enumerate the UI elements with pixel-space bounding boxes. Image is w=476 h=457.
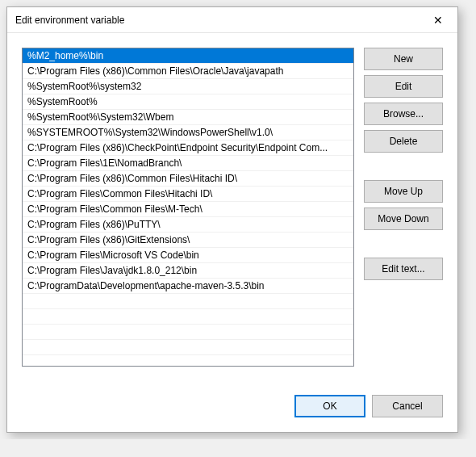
list-item[interactable]: C:\Program Files\1E\NomadBranch\ — [23, 156, 353, 171]
browse-button[interactable]: Browse... — [364, 103, 443, 125]
list-item — [23, 340, 353, 355]
window-title: Edit environment variable — [15, 15, 124, 26]
list-item[interactable]: %SystemRoot%\System32\Wbem — [23, 110, 353, 125]
list-item[interactable]: C:\Program Files (x86)\CheckPoint\Endpoi… — [23, 140, 353, 156]
list-item[interactable]: %SystemRoot%\system32 — [23, 79, 353, 94]
dialog-footer: OK Cancel — [7, 392, 457, 432]
list-item[interactable]: %SYSTEMROOT%\System32\WindowsPowerShell\… — [23, 125, 353, 140]
content-area: %M2_home%\binC:\Program Files (x86)\Comm… — [7, 33, 457, 392]
spacer — [364, 235, 443, 258]
path-listbox[interactable]: %M2_home%\binC:\Program Files (x86)\Comm… — [22, 48, 354, 367]
list-item[interactable]: C:\Program Files\Common Files\M-Tech\ — [23, 202, 353, 217]
list-item[interactable]: %SystemRoot% — [23, 94, 353, 110]
dialog-window: Edit environment variable ✕ %M2_home%\bi… — [6, 6, 458, 433]
list-item — [23, 309, 353, 325]
list-item[interactable]: C:\Program Files\Java\jdk1.8.0_212\bin — [23, 263, 353, 279]
move-up-button[interactable]: Move Up — [364, 180, 443, 203]
list-item[interactable]: C:\Program Files\Microsoft VS Code\bin — [23, 248, 353, 263]
list-item[interactable]: C:\ProgramData\Development\apache-maven-… — [23, 279, 353, 294]
delete-button[interactable]: Delete — [364, 130, 443, 153]
move-down-button[interactable]: Move Down — [364, 208, 443, 230]
list-item[interactable]: C:\Program Files (x86)\PuTTY\ — [23, 217, 353, 233]
ok-button[interactable]: OK — [294, 395, 365, 417]
list-item[interactable]: C:\Program Files\Common Files\Hitachi ID… — [23, 187, 353, 202]
list-item[interactable]: %M2_home%\bin — [23, 48, 353, 64]
list-item — [23, 325, 353, 340]
button-sidebar: New Edit Browse... Delete Move Up Move D… — [364, 48, 443, 384]
list-item[interactable]: C:\Program Files (x86)\Common Files\Hita… — [23, 171, 353, 187]
edit-button[interactable]: Edit — [364, 75, 443, 98]
close-icon: ✕ — [433, 14, 443, 27]
list-item — [23, 294, 353, 309]
close-button[interactable]: ✕ — [425, 10, 451, 30]
cancel-button[interactable]: Cancel — [372, 395, 443, 417]
edit-text-button[interactable]: Edit text... — [364, 258, 443, 280]
new-button[interactable]: New — [364, 48, 443, 70]
list-item[interactable]: C:\Program Files (x86)\Common Files\Orac… — [23, 64, 353, 79]
list-item[interactable]: C:\Program Files (x86)\GitExtensions\ — [23, 233, 353, 248]
spacer — [364, 157, 443, 180]
title-bar: Edit environment variable ✕ — [7, 7, 457, 33]
